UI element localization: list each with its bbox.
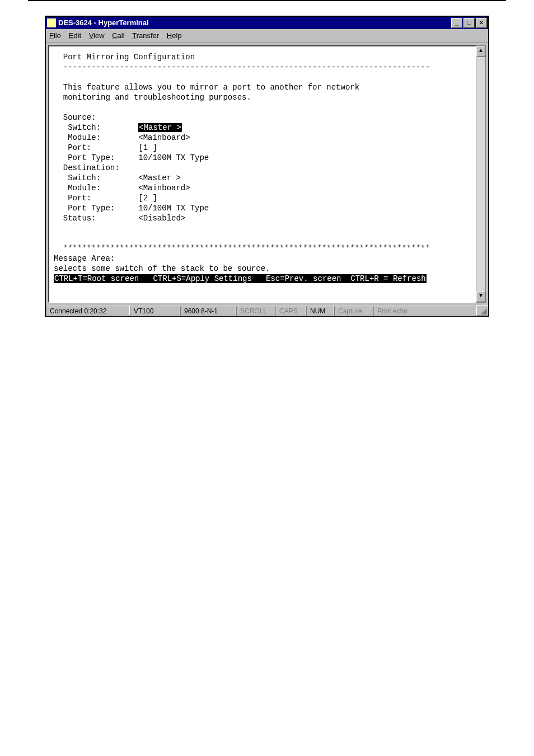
menu-call[interactable]: Call (112, 30, 124, 41)
term-desc2: monitoring and troubleshooting purposes. (54, 93, 251, 102)
resize-grip-icon[interactable]: ◢ (477, 306, 488, 316)
term-src-port: Port: [1 ] (54, 143, 157, 152)
term-status: Status: <Disabled> (54, 214, 185, 223)
status-settings: 9600 8-N-1 (180, 306, 236, 316)
scroll-track[interactable] (476, 57, 485, 291)
status-print-echo: Print echo (373, 306, 477, 316)
scroll-down-button[interactable]: ▼ (476, 291, 485, 302)
term-dst-port-type: Port Type: 10/100M TX Type (54, 204, 209, 213)
menu-transfer[interactable]: Transfer (132, 30, 159, 41)
status-emulation: VT100 (130, 306, 180, 316)
menu-file[interactable]: File (49, 30, 61, 41)
term-src-port-type: Port Type: 10/100M TX Type (54, 153, 209, 162)
term-msg-area: Message Area: (54, 254, 115, 263)
term-stars: ****************************************… (54, 244, 430, 253)
term-src-module: Module: <Mainboard> (54, 133, 190, 142)
status-scroll: SCROLL (236, 306, 275, 316)
menu-help[interactable]: Help (167, 30, 182, 41)
hyperterminal-window: DES-3624 - HyperTerminal _ □ × File Edit… (45, 16, 489, 317)
titlebar[interactable]: DES-3624 - HyperTerminal _ □ × (46, 17, 488, 29)
close-button[interactable]: × (476, 18, 487, 28)
vertical-scrollbar[interactable]: ▲ ▼ (476, 45, 486, 303)
minimize-button[interactable]: _ (451, 18, 462, 28)
term-source-label: Source: (54, 113, 96, 122)
source-switch-field[interactable]: <Master > (138, 123, 182, 132)
term-hr: ----------------------------------------… (54, 63, 430, 72)
menubar: File Edit View Call Transfer Help (46, 29, 488, 43)
term-title: Port Mirroring Configuration (54, 53, 195, 62)
status-connected: Connected 0:20:32 (46, 306, 130, 316)
maximize-button[interactable]: □ (463, 18, 475, 28)
term-dst-switch: Switch: <Master > (54, 173, 181, 182)
term-dst-port: Port: [2 ] (54, 194, 157, 203)
term-dest-label: Destination: (54, 163, 120, 172)
menu-edit[interactable]: Edit (69, 30, 81, 41)
term-src-switch-label: Switch: (54, 123, 138, 132)
scroll-up-button[interactable]: ▲ (476, 46, 485, 57)
status-caps: CAPS (275, 306, 306, 316)
term-footer: CTRL+T=Root screen CTRL+S=Apply Settings… (54, 274, 427, 283)
window-title: DES-3624 - HyperTerminal (58, 17, 450, 29)
terminal-content[interactable]: Port Mirroring Configuration -----------… (48, 45, 486, 303)
status-capture: Capture (334, 306, 373, 316)
term-msg-text: selects some switch of the stack to be s… (54, 264, 270, 273)
term-desc1: This feature allows you to mirror a port… (54, 83, 359, 92)
status-num: NUM (306, 306, 334, 316)
term-dst-module: Module: <Mainboard> (54, 184, 190, 192)
app-icon (47, 18, 56, 27)
statusbar: Connected 0:20:32 VT100 9600 8-N-1 SCROL… (46, 305, 488, 316)
menu-view[interactable]: View (89, 30, 105, 41)
